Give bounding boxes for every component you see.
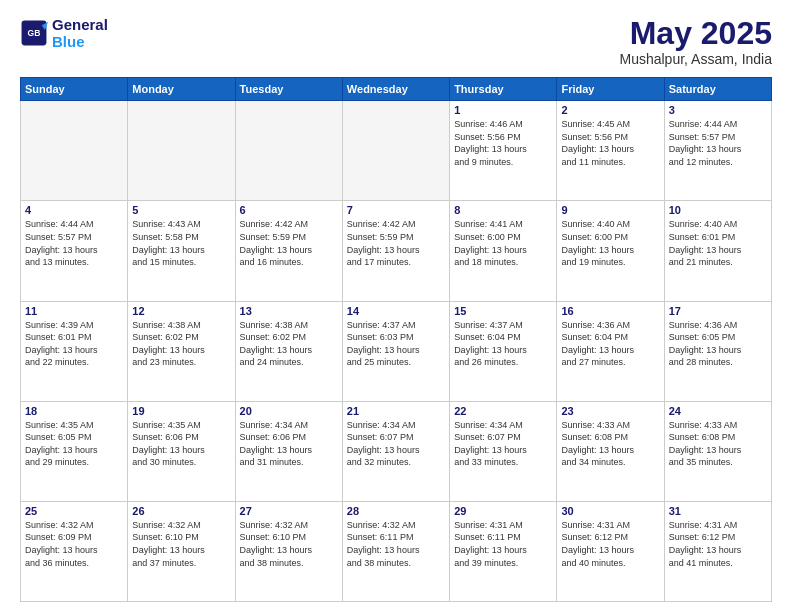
day-number: 31 xyxy=(669,505,767,517)
day-info: Sunrise: 4:33 AMSunset: 6:08 PMDaylight:… xyxy=(561,419,659,469)
day-number: 2 xyxy=(561,104,659,116)
day-info: Sunrise: 4:41 AMSunset: 6:00 PMDaylight:… xyxy=(454,218,552,268)
col-friday: Friday xyxy=(557,78,664,101)
table-cell xyxy=(235,101,342,201)
day-number: 20 xyxy=(240,405,338,417)
table-cell: 21Sunrise: 4:34 AMSunset: 6:07 PMDayligh… xyxy=(342,401,449,501)
table-cell: 2Sunrise: 4:45 AMSunset: 5:56 PMDaylight… xyxy=(557,101,664,201)
week-row-3: 11Sunrise: 4:39 AMSunset: 6:01 PMDayligh… xyxy=(21,301,772,401)
day-number: 26 xyxy=(132,505,230,517)
day-number: 29 xyxy=(454,505,552,517)
day-info: Sunrise: 4:31 AMSunset: 6:12 PMDaylight:… xyxy=(669,519,767,569)
day-info: Sunrise: 4:46 AMSunset: 5:56 PMDaylight:… xyxy=(454,118,552,168)
title-block: May 2025 Mushalpur, Assam, India xyxy=(619,16,772,67)
day-number: 25 xyxy=(25,505,123,517)
day-number: 5 xyxy=(132,204,230,216)
table-cell: 9Sunrise: 4:40 AMSunset: 6:00 PMDaylight… xyxy=(557,201,664,301)
day-number: 19 xyxy=(132,405,230,417)
day-number: 4 xyxy=(25,204,123,216)
day-info: Sunrise: 4:32 AMSunset: 6:09 PMDaylight:… xyxy=(25,519,123,569)
day-number: 27 xyxy=(240,505,338,517)
day-info: Sunrise: 4:34 AMSunset: 6:07 PMDaylight:… xyxy=(347,419,445,469)
day-info: Sunrise: 4:36 AMSunset: 6:04 PMDaylight:… xyxy=(561,319,659,369)
table-cell: 4Sunrise: 4:44 AMSunset: 5:57 PMDaylight… xyxy=(21,201,128,301)
table-cell: 20Sunrise: 4:34 AMSunset: 6:06 PMDayligh… xyxy=(235,401,342,501)
table-cell: 12Sunrise: 4:38 AMSunset: 6:02 PMDayligh… xyxy=(128,301,235,401)
day-info: Sunrise: 4:31 AMSunset: 6:11 PMDaylight:… xyxy=(454,519,552,569)
table-cell: 13Sunrise: 4:38 AMSunset: 6:02 PMDayligh… xyxy=(235,301,342,401)
table-cell xyxy=(342,101,449,201)
header-row: Sunday Monday Tuesday Wednesday Thursday… xyxy=(21,78,772,101)
table-cell: 5Sunrise: 4:43 AMSunset: 5:58 PMDaylight… xyxy=(128,201,235,301)
day-number: 12 xyxy=(132,305,230,317)
header: GB General Blue May 2025 Mushalpur, Assa… xyxy=(20,16,772,67)
logo: GB General Blue xyxy=(20,16,108,50)
table-cell: 25Sunrise: 4:32 AMSunset: 6:09 PMDayligh… xyxy=(21,501,128,601)
day-number: 15 xyxy=(454,305,552,317)
table-cell: 10Sunrise: 4:40 AMSunset: 6:01 PMDayligh… xyxy=(664,201,771,301)
day-info: Sunrise: 4:39 AMSunset: 6:01 PMDaylight:… xyxy=(25,319,123,369)
location: Mushalpur, Assam, India xyxy=(619,51,772,67)
day-number: 23 xyxy=(561,405,659,417)
logo-icon: GB xyxy=(20,19,48,47)
day-number: 1 xyxy=(454,104,552,116)
day-info: Sunrise: 4:32 AMSunset: 6:10 PMDaylight:… xyxy=(132,519,230,569)
table-cell: 3Sunrise: 4:44 AMSunset: 5:57 PMDaylight… xyxy=(664,101,771,201)
day-number: 28 xyxy=(347,505,445,517)
day-info: Sunrise: 4:32 AMSunset: 6:11 PMDaylight:… xyxy=(347,519,445,569)
day-info: Sunrise: 4:38 AMSunset: 6:02 PMDaylight:… xyxy=(132,319,230,369)
page: GB General Blue May 2025 Mushalpur, Assa… xyxy=(0,0,792,612)
table-cell: 14Sunrise: 4:37 AMSunset: 6:03 PMDayligh… xyxy=(342,301,449,401)
table-cell: 7Sunrise: 4:42 AMSunset: 5:59 PMDaylight… xyxy=(342,201,449,301)
week-row-1: 1Sunrise: 4:46 AMSunset: 5:56 PMDaylight… xyxy=(21,101,772,201)
week-row-5: 25Sunrise: 4:32 AMSunset: 6:09 PMDayligh… xyxy=(21,501,772,601)
day-info: Sunrise: 4:42 AMSunset: 5:59 PMDaylight:… xyxy=(240,218,338,268)
day-number: 9 xyxy=(561,204,659,216)
day-info: Sunrise: 4:32 AMSunset: 6:10 PMDaylight:… xyxy=(240,519,338,569)
table-cell: 11Sunrise: 4:39 AMSunset: 6:01 PMDayligh… xyxy=(21,301,128,401)
day-number: 11 xyxy=(25,305,123,317)
table-cell xyxy=(21,101,128,201)
svg-text:GB: GB xyxy=(28,28,41,38)
day-number: 24 xyxy=(669,405,767,417)
day-number: 14 xyxy=(347,305,445,317)
table-cell xyxy=(128,101,235,201)
table-cell: 28Sunrise: 4:32 AMSunset: 6:11 PMDayligh… xyxy=(342,501,449,601)
week-row-4: 18Sunrise: 4:35 AMSunset: 6:05 PMDayligh… xyxy=(21,401,772,501)
table-cell: 16Sunrise: 4:36 AMSunset: 6:04 PMDayligh… xyxy=(557,301,664,401)
table-cell: 31Sunrise: 4:31 AMSunset: 6:12 PMDayligh… xyxy=(664,501,771,601)
day-info: Sunrise: 4:37 AMSunset: 6:03 PMDaylight:… xyxy=(347,319,445,369)
day-info: Sunrise: 4:43 AMSunset: 5:58 PMDaylight:… xyxy=(132,218,230,268)
day-info: Sunrise: 4:33 AMSunset: 6:08 PMDaylight:… xyxy=(669,419,767,469)
day-info: Sunrise: 4:45 AMSunset: 5:56 PMDaylight:… xyxy=(561,118,659,168)
day-number: 6 xyxy=(240,204,338,216)
table-cell: 27Sunrise: 4:32 AMSunset: 6:10 PMDayligh… xyxy=(235,501,342,601)
col-monday: Monday xyxy=(128,78,235,101)
day-number: 30 xyxy=(561,505,659,517)
table-cell: 23Sunrise: 4:33 AMSunset: 6:08 PMDayligh… xyxy=(557,401,664,501)
table-cell: 22Sunrise: 4:34 AMSunset: 6:07 PMDayligh… xyxy=(450,401,557,501)
logo-text: General Blue xyxy=(52,16,108,50)
day-info: Sunrise: 4:40 AMSunset: 6:01 PMDaylight:… xyxy=(669,218,767,268)
col-sunday: Sunday xyxy=(21,78,128,101)
day-info: Sunrise: 4:42 AMSunset: 5:59 PMDaylight:… xyxy=(347,218,445,268)
day-number: 16 xyxy=(561,305,659,317)
day-number: 8 xyxy=(454,204,552,216)
day-number: 10 xyxy=(669,204,767,216)
table-cell: 15Sunrise: 4:37 AMSunset: 6:04 PMDayligh… xyxy=(450,301,557,401)
col-thursday: Thursday xyxy=(450,78,557,101)
table-cell: 26Sunrise: 4:32 AMSunset: 6:10 PMDayligh… xyxy=(128,501,235,601)
day-info: Sunrise: 4:31 AMSunset: 6:12 PMDaylight:… xyxy=(561,519,659,569)
day-info: Sunrise: 4:44 AMSunset: 5:57 PMDaylight:… xyxy=(669,118,767,168)
day-info: Sunrise: 4:35 AMSunset: 6:06 PMDaylight:… xyxy=(132,419,230,469)
day-info: Sunrise: 4:35 AMSunset: 6:05 PMDaylight:… xyxy=(25,419,123,469)
day-info: Sunrise: 4:34 AMSunset: 6:06 PMDaylight:… xyxy=(240,419,338,469)
day-info: Sunrise: 4:36 AMSunset: 6:05 PMDaylight:… xyxy=(669,319,767,369)
table-cell: 8Sunrise: 4:41 AMSunset: 6:00 PMDaylight… xyxy=(450,201,557,301)
day-number: 22 xyxy=(454,405,552,417)
day-number: 17 xyxy=(669,305,767,317)
month-title: May 2025 xyxy=(619,16,772,51)
col-wednesday: Wednesday xyxy=(342,78,449,101)
day-number: 3 xyxy=(669,104,767,116)
day-info: Sunrise: 4:44 AMSunset: 5:57 PMDaylight:… xyxy=(25,218,123,268)
